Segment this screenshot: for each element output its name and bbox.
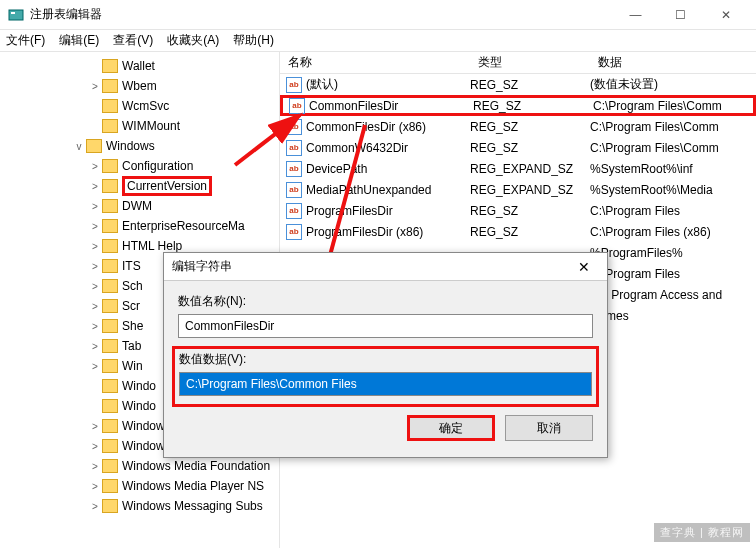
string-value-icon: ab [286,224,302,240]
close-button[interactable]: ✕ [703,0,748,30]
edit-string-dialog: 编辑字符串 ✕ 数值名称(N): 数值数据(V): 确定 取消 [163,252,608,458]
value-name: CommonFilesDir [309,99,473,113]
chevron-icon[interactable]: > [88,421,102,432]
menu-help[interactable]: 帮助(H) [233,32,274,49]
string-value-icon: ab [286,77,302,93]
chevron-icon[interactable]: > [88,221,102,232]
list-header: 名称 类型 数据 [280,52,756,74]
watermark: 查字典 | 教程网 [654,523,750,542]
menu-file[interactable]: 文件(F) [6,32,45,49]
tree-label: Wbem [122,79,157,93]
list-row[interactable]: abDevicePathREG_EXPAND_SZ%SystemRoot%\in… [280,158,756,179]
value-name: CommonW6432Dir [306,141,470,155]
string-value-icon: ab [286,203,302,219]
col-name[interactable]: 名称 [280,54,470,71]
value-name-input[interactable] [178,314,593,338]
dialog-close-button[interactable]: ✕ [569,259,599,275]
folder-icon [102,419,118,433]
tree-item[interactable]: >EnterpriseResourceMa [0,216,279,236]
tree-item[interactable]: >DWM [0,196,279,216]
tree-item[interactable]: >Windows Media Foundation [0,456,279,476]
value-type: REG_SZ [470,78,590,92]
tree-item[interactable]: WcmSvc [0,96,279,116]
chevron-icon[interactable]: > [88,361,102,372]
menubar: 文件(F) 编辑(E) 查看(V) 收藏夹(A) 帮助(H) [0,30,756,52]
menu-favorites[interactable]: 收藏夹(A) [167,32,219,49]
chevron-icon[interactable]: v [72,141,86,152]
value-name: (默认) [306,76,470,93]
svg-rect-0 [9,10,23,20]
col-type[interactable]: 类型 [470,54,590,71]
folder-icon [102,199,118,213]
chevron-icon[interactable]: > [88,461,102,472]
tree-label: Win [122,359,143,373]
chevron-icon[interactable]: > [88,161,102,172]
string-value-icon: ab [286,140,302,156]
tree-label: Windo [122,379,156,393]
chevron-icon[interactable]: > [88,201,102,212]
value-data-input[interactable] [179,372,592,396]
folder-icon [102,459,118,473]
tree-item[interactable]: >Configuration [0,156,279,176]
list-row[interactable]: abCommonFilesDir (x86)REG_SZC:\Program F… [280,116,756,137]
string-value-icon: ab [286,161,302,177]
value-type: REG_SZ [470,120,590,134]
tree-item[interactable]: vWindows [0,136,279,156]
folder-icon [102,119,118,133]
value-data-highlight: 数值数据(V): [172,346,599,407]
tree-item[interactable]: WIMMount [0,116,279,136]
chevron-icon[interactable]: > [88,181,102,192]
ok-button[interactable]: 确定 [407,415,495,441]
folder-icon [86,139,102,153]
list-row[interactable]: abProgramFilesDirREG_SZC:\Program Files [280,200,756,221]
chevron-icon[interactable]: > [88,261,102,272]
titlebar: 注册表编辑器 — ☐ ✕ [0,0,756,30]
tree-label: WIMMount [122,119,180,133]
tree-label: Windows Media Player NS [122,479,264,493]
folder-icon [102,259,118,273]
value-name-label: 数值名称(N): [178,293,593,310]
tree-label: Sch [122,279,143,293]
tree-label: Scr [122,299,140,313]
list-row[interactable]: abCommonFilesDirREG_SZC:\Program Files\C… [280,95,756,116]
tree-label: She [122,319,143,333]
value-name: DevicePath [306,162,470,176]
string-value-icon: ab [286,119,302,135]
value-data: C:\Program Files (x86) [590,225,756,239]
folder-icon [102,379,118,393]
folder-icon [102,179,118,193]
tree-item[interactable]: >Windows Media Player NS [0,476,279,496]
chevron-icon[interactable]: > [88,321,102,332]
dialog-title: 编辑字符串 [172,258,232,275]
tree-item[interactable]: Wallet [0,56,279,76]
menu-edit[interactable]: 编辑(E) [59,32,99,49]
list-row[interactable]: abCommonW6432DirREG_SZC:\Program Files\C… [280,137,756,158]
chevron-icon[interactable]: > [88,81,102,92]
tree-item[interactable]: >CurrentVersion [0,176,279,196]
chevron-icon[interactable]: > [88,241,102,252]
chevron-icon[interactable]: > [88,441,102,452]
chevron-icon[interactable]: > [88,481,102,492]
list-row[interactable]: abProgramFilesDir (x86)REG_SZC:\Program … [280,221,756,242]
string-value-icon: ab [286,182,302,198]
maximize-button[interactable]: ☐ [658,0,703,30]
tree-label: Windows Media Foundation [122,459,270,473]
list-row[interactable]: abMediaPathUnexpandedREG_EXPAND_SZ%Syste… [280,179,756,200]
value-type: REG_EXPAND_SZ [470,183,590,197]
tree-item[interactable]: >Windows Messaging Subs [0,496,279,516]
chevron-icon[interactable]: > [88,341,102,352]
value-data: %ProgramFiles% [590,246,756,260]
chevron-icon[interactable]: > [88,281,102,292]
value-name: MediaPathUnexpanded [306,183,470,197]
menu-view[interactable]: 查看(V) [113,32,153,49]
col-data[interactable]: 数据 [590,54,756,71]
minimize-button[interactable]: — [613,0,658,30]
chevron-icon[interactable]: > [88,501,102,512]
tree-label: Wallet [122,59,155,73]
folder-icon [102,299,118,313]
cancel-button[interactable]: 取消 [505,415,593,441]
value-data: %SystemRoot%\Media [590,183,756,197]
tree-item[interactable]: >Wbem [0,76,279,96]
chevron-icon[interactable]: > [88,301,102,312]
list-row[interactable]: ab(默认)REG_SZ(数值未设置) [280,74,756,95]
